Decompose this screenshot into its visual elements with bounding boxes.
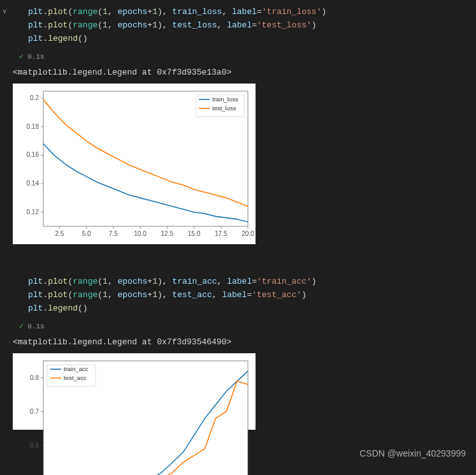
loss-plot: 0.120.140.160.180.22.55.07.510.012.515.0… (13, 84, 256, 244)
cell-gap (0, 244, 476, 270)
svg-text:0.6: 0.6 (30, 442, 39, 449)
svg-text:20.0: 20.0 (242, 230, 254, 237)
exec-time: 0.1s (27, 323, 44, 330)
watermark: CSDN @weixin_40293999 (359, 448, 466, 458)
cell-status: ✓ 0.1s (0, 319, 476, 333)
acc-plot: 0.50.60.70.82.55.07.510.012.515.017.520.… (13, 353, 256, 430)
output-repr: <matplotlib.legend.Legend at 0x7f3d935e1… (0, 64, 476, 84)
svg-text:0.18: 0.18 (27, 123, 40, 130)
svg-text:train_loss: train_loss (212, 96, 238, 103)
token-obj: plt (28, 7, 43, 17)
svg-text:7.5: 7.5 (109, 230, 118, 237)
code-line: plt.plot(range(1, epochs+1), test_acc, l… (28, 288, 470, 302)
svg-text:12.5: 12.5 (161, 230, 174, 237)
check-icon: ✓ (19, 321, 24, 331)
code-line: plt.plot(range(1, epochs+1), test_loss, … (28, 18, 470, 32)
notebook-cell-2: plt.plot(range(1, epochs+1), train_acc, … (0, 270, 476, 430)
cell-collapse-icon[interactable]: ∨ (3, 5, 7, 18)
check-icon: ✓ (19, 52, 24, 61)
svg-text:2.5: 2.5 (55, 230, 64, 237)
svg-text:0.16: 0.16 (27, 151, 40, 158)
code-block[interactable]: ∨ plt.plot(range(1, epochs+1), train_los… (0, 0, 476, 49)
code-block[interactable]: plt.plot(range(1, epochs+1), train_acc, … (0, 270, 476, 319)
exec-time: 0.1s (27, 53, 44, 61)
cell-status: ✓ 0.1s (0, 49, 476, 64)
code-line: plt.plot(range(1, epochs+1), train_loss,… (28, 5, 470, 18)
svg-text:0.14: 0.14 (27, 180, 40, 187)
code-line: plt.plot(range(1, epochs+1), train_acc, … (28, 275, 470, 288)
svg-text:train_acc: train_acc (64, 365, 89, 372)
svg-text:17.5: 17.5 (215, 230, 227, 237)
svg-text:0.2: 0.2 (30, 94, 39, 101)
svg-text:0.8: 0.8 (30, 374, 39, 381)
code-line: plt.legend() (28, 302, 470, 315)
svg-text:10.0: 10.0 (134, 230, 147, 237)
svg-text:0.12: 0.12 (27, 208, 40, 216)
svg-text:test_acc: test_acc (64, 374, 87, 381)
code-line: plt.legend() (28, 32, 470, 45)
svg-text:0.7: 0.7 (30, 408, 39, 415)
svg-text:15.0: 15.0 (188, 230, 201, 237)
notebook-cell-1: ∨ plt.plot(range(1, epochs+1), train_los… (0, 0, 476, 244)
svg-text:test_loss: test_loss (212, 105, 236, 112)
output-repr: <matplotlib.legend.Legend at 0x7f3d93546… (0, 333, 476, 353)
svg-text:5.0: 5.0 (82, 230, 91, 237)
